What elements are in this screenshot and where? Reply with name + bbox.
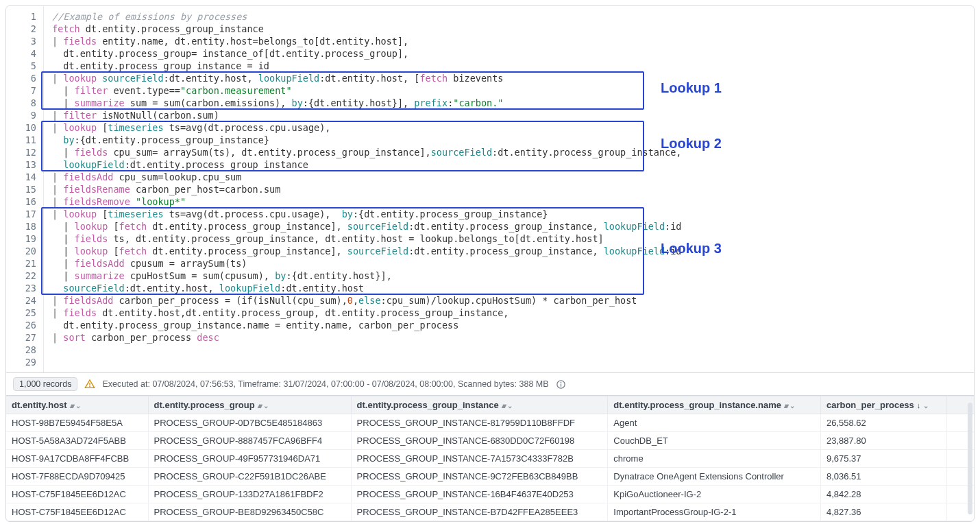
- table-cell: PROCESS_GROUP-133D27A1861FBDF2: [148, 486, 351, 503]
- query-panel: 1234567891011121314151617181920212223242…: [5, 5, 975, 522]
- status-bar: 1,000 records Executed at: 07/08/2024, 0…: [6, 373, 974, 396]
- chevron-down-icon[interactable]: ⌄: [75, 402, 81, 409]
- table-cell: chrome: [608, 450, 821, 468]
- code-line[interactable]: | fieldsRemove "lookup*": [52, 195, 967, 208]
- record-count-badge[interactable]: 1,000 records: [13, 377, 77, 391]
- line-number-gutter: 1234567891011121314151617181920212223242…: [6, 6, 44, 372]
- code-line[interactable]: //Example of emissions by processes: [52, 10, 967, 23]
- sort-icon[interactable]: ▴▾: [258, 402, 260, 409]
- table-cell: PROCESS_GROUP_INSTANCE-16B4F4637E40D253: [351, 486, 608, 503]
- svg-point-4: [561, 382, 561, 383]
- table-cell: HOST-5A58A3AD724F5ABB: [6, 432, 148, 450]
- chevron-down-icon[interactable]: ⌄: [923, 402, 929, 409]
- table-cell: 4,842.28: [820, 486, 946, 503]
- table-cell: HOST-C75F1845EE6D12AC: [6, 503, 148, 521]
- code-line[interactable]: dt.entity.process_group_instance = id: [52, 60, 967, 72]
- lookup-label: Lookup 3: [661, 242, 722, 254]
- table-cell: PROCESS_GROUP_INSTANCE-817959D110B8FFDF: [351, 414, 608, 432]
- column-header[interactable]: carbon_per_process↓⌄: [820, 396, 946, 414]
- code-line[interactable]: | lookup [fetch dt.entity.process_group_…: [52, 220, 967, 233]
- lookup-label: Lookup 2: [661, 137, 722, 150]
- code-line[interactable]: | fields ts, dt.entity.process_group_ins…: [52, 233, 967, 245]
- code-line[interactable]: | fieldsAdd carbon_per_process = (if(isN…: [52, 294, 967, 307]
- column-header[interactable]: dt.entity.process_group_instance▴▾⌄: [351, 396, 608, 414]
- table-cell: HOST-9A17CDBA8FF4FCBB: [6, 450, 148, 468]
- sort-desc-icon[interactable]: ↓: [917, 401, 921, 409]
- code-line[interactable]: [52, 344, 967, 356]
- code-line[interactable]: | summarize sum = sum(carbon.emissions),…: [52, 97, 967, 109]
- results-area: dt.entity.host▴▾⌄dt.entity.process_group…: [6, 396, 974, 521]
- table-cell: PROCESS_GROUP-C22F591B1DC26ABE: [148, 468, 351, 486]
- code-line[interactable]: | fields dt.entity.host,dt.entity.proces…: [52, 307, 967, 319]
- svg-point-1: [90, 386, 90, 387]
- code-line[interactable]: | summarize cpuHostSum = sum(cpusum), by…: [52, 270, 967, 282]
- column-header[interactable]: dt.entity.process_group_instance.name▴▾⌄: [608, 396, 821, 414]
- chevron-down-icon[interactable]: ⌄: [789, 402, 795, 409]
- code-line[interactable]: | sort carbon_per_process desc: [52, 331, 967, 344]
- code-line[interactable]: sourceField:dt.entity.host, lookupField:…: [52, 282, 967, 294]
- table-cell: PROCESS_GROUP_INSTANCE-7A1573C4333F782B: [351, 450, 608, 468]
- sort-icon[interactable]: ▴▾: [784, 402, 787, 409]
- table-row[interactable]: HOST-5A58A3AD724F5ABBPROCESS_GROUP-88874…: [6, 432, 974, 450]
- table-cell: 23,887.80: [820, 432, 946, 450]
- table-cell: HOST-7F88ECDA9D709425: [6, 468, 148, 486]
- chevron-down-icon[interactable]: ⌄: [507, 402, 513, 409]
- table-row[interactable]: HOST-98B7E59454F58E5APROCESS_GROUP-0D7BC…: [6, 414, 974, 432]
- table-cell: Dynatrace OneAgent Extensions Controller: [608, 468, 821, 486]
- table-row[interactable]: HOST-C75F1845EE6D12ACPROCESS_GROUP-BE8D9…: [6, 503, 974, 521]
- code-line[interactable]: lookupField:dt.entity.process_group_inst…: [52, 158, 967, 171]
- sort-icon[interactable]: ▴▾: [70, 402, 73, 409]
- code-line[interactable]: fetch dt.entity.process_group_instance: [52, 23, 967, 35]
- chevron-down-icon[interactable]: ⌄: [263, 402, 269, 409]
- table-cell: 4,827.36: [820, 503, 946, 521]
- code-line[interactable]: | filter event.type=="carbon.measurement…: [52, 84, 967, 97]
- code-line[interactable]: | lookup [fetch dt.entity.process_group_…: [52, 245, 967, 257]
- code-line[interactable]: | fields cpu_sum= arraySum(ts), dt.entit…: [52, 146, 967, 158]
- table-cell: KpiGoAuctioneer-IG-2: [608, 486, 821, 503]
- warning-icon[interactable]: [84, 379, 95, 390]
- table-row[interactable]: HOST-7F88ECDA9D709425PROCESS_GROUP-C22F5…: [6, 468, 974, 486]
- code-line[interactable]: | lookup [timeseries ts=avg(dt.process.c…: [52, 121, 967, 134]
- code-line[interactable]: | lookup sourceField:dt.entity.host, loo…: [52, 72, 967, 84]
- table-cell: PROCESS_GROUP-0D7BC5E485184863: [148, 414, 351, 432]
- table-cell: 26,558.62: [820, 414, 946, 432]
- results-table[interactable]: dt.entity.host▴▾⌄dt.entity.process_group…: [6, 396, 974, 521]
- code-line[interactable]: [52, 356, 967, 368]
- lookup-label: Lookup 1: [661, 82, 722, 94]
- code-line[interactable]: | fields entity.name, dt.entity.host=bel…: [52, 35, 967, 47]
- code-line[interactable]: dt.entity.process_group_instance.name = …: [52, 319, 967, 331]
- column-header[interactable]: dt.entity.host▴▾⌄: [6, 396, 148, 414]
- table-cell: PROCESS_GROUP-49F957731946DA71: [148, 450, 351, 468]
- sort-icon[interactable]: ▴▾: [502, 402, 504, 409]
- table-header-row: dt.entity.host▴▾⌄dt.entity.process_group…: [6, 396, 974, 414]
- column-header[interactable]: dt.entity.process_group▴▾⌄: [148, 396, 351, 414]
- table-cell: HOST-98B7E59454F58E5A: [6, 414, 148, 432]
- table-body: HOST-98B7E59454F58E5APROCESS_GROUP-0D7BC…: [6, 414, 974, 521]
- table-cell: PROCESS_GROUP-8887457FCA96BFF4: [148, 432, 351, 450]
- table-cell: PROCESS_GROUP-BE8D92963450C58C: [148, 503, 351, 521]
- table-cell: PROCESS_GROUP_INSTANCE-B7D42FFEA285EEE3: [351, 503, 608, 521]
- table-cell: CouchDB_ET: [608, 432, 821, 450]
- table-cell: ImportantProcessGroup-IG-2-1: [608, 503, 821, 521]
- table-cell: PROCESS_GROUP_INSTANCE-9C72FEB63CB849BB: [351, 468, 608, 486]
- table-row[interactable]: HOST-9A17CDBA8FF4FCBBPROCESS_GROUP-49F95…: [6, 450, 974, 468]
- code-line[interactable]: | fieldsRename carbon_per_host=carbon.su…: [52, 183, 967, 195]
- info-icon[interactable]: [556, 379, 566, 390]
- code-line[interactable]: | filter isNotNull(carbon.sum): [52, 109, 967, 121]
- table-cell: Agent: [608, 414, 821, 432]
- code-line[interactable]: | lookup [timeseries ts=avg(dt.process.c…: [52, 208, 967, 220]
- status-text: Executed at: 07/08/2024, 07:56:53, Timef…: [102, 379, 548, 389]
- code-line[interactable]: | fieldsAdd cpusum = arraySum(ts): [52, 257, 967, 270]
- table-cell: PROCESS_GROUP_INSTANCE-6830DD0C72F60198: [351, 432, 608, 450]
- table-cell: 9,675.37: [820, 450, 946, 468]
- table-cell: HOST-C75F1845EE6D12AC: [6, 486, 148, 503]
- code-line[interactable]: | fieldsAdd cpu_sum=lookup.cpu_sum: [52, 171, 967, 183]
- code-line[interactable]: by:{dt.entity.process_group_instance}: [52, 134, 967, 146]
- vertical-scrollbar[interactable]: [968, 403, 972, 514]
- code-line[interactable]: dt.entity.process_group= instance_of[dt.…: [52, 47, 967, 60]
- code-area[interactable]: //Example of emissions by processesfetch…: [44, 6, 974, 372]
- code-editor[interactable]: 1234567891011121314151617181920212223242…: [6, 6, 974, 373]
- table-row[interactable]: HOST-C75F1845EE6D12ACPROCESS_GROUP-133D2…: [6, 486, 974, 503]
- table-cell: 8,036.51: [820, 468, 946, 486]
